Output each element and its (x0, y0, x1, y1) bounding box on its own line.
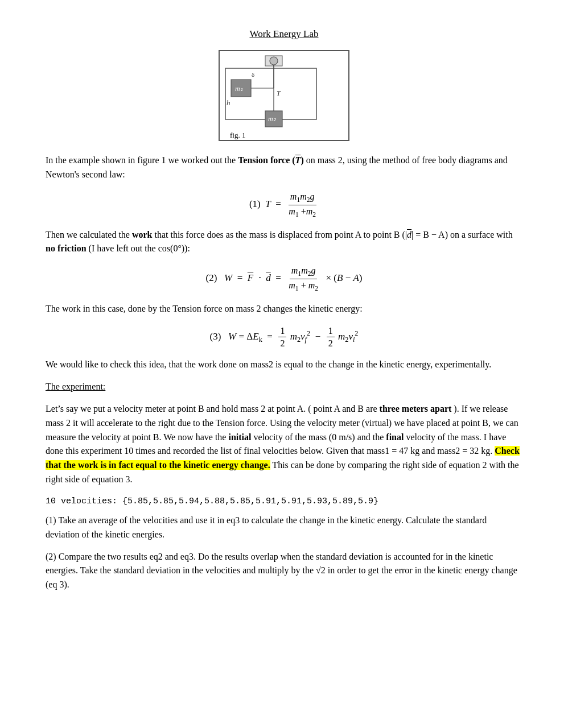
no-friction: no friction (46, 243, 87, 253)
equation-2: (2) W = F ⋅ d = m1m2g m1 + m2 × (B − A) (46, 265, 522, 293)
eq3-frac1: 1 2 (278, 325, 286, 349)
check-paragraph: We would like to check this idea, that t… (46, 358, 522, 372)
eq3-half1: 1 (278, 325, 286, 337)
eq2-numer: m1m2g (290, 265, 318, 279)
T-symbol: T (295, 155, 301, 165)
eq2-label: (2) (205, 273, 221, 284)
work-end: (I have left out the cos(0°)): (89, 243, 190, 253)
eq3-two2: 2 (327, 337, 335, 349)
eq3-two1: 2 (278, 337, 286, 349)
exp-text1: Let’s say we put a velocity meter at poi… (46, 404, 380, 413)
final-label: final (386, 432, 404, 442)
svg-text:m₂: m₂ (268, 115, 277, 123)
eq2-eq: = (234, 273, 245, 284)
equation-1: (1) T = m1m2g m1 +m2 (46, 191, 522, 219)
eq2-end: × (B − A) (323, 273, 362, 284)
eq2-W: W (224, 273, 232, 284)
eq3-minus: − (312, 331, 323, 342)
three-meters: three meters apart (380, 404, 452, 413)
page-title: Work Energy Lab (46, 28, 522, 40)
eq1-denom: m1 +m2 (287, 205, 318, 219)
experiment-heading: The experiment: (46, 380, 522, 394)
eq1-T: T (265, 198, 270, 209)
svg-text:h: h (227, 98, 231, 107)
eq1-equals: = (273, 198, 283, 209)
eq2-d: d (266, 273, 271, 284)
figure-diagram: m₁ h m₂ T δ fig. 1 (220, 51, 351, 142)
task2-text1: Compare the two results eq2 and eq3. Do … (46, 552, 517, 590)
svg-text:fig. 1: fig. 1 (230, 131, 245, 139)
eq3-label: (3) (210, 331, 226, 342)
experiment-paragraph: Let’s say we put a velocity meter at poi… (46, 402, 522, 487)
svg-text:T: T (277, 89, 281, 97)
figure-container: m₁ h m₂ T δ fig. 1 (46, 50, 522, 141)
svg-point-2 (270, 57, 278, 65)
eq3-frac2: 1 2 (327, 325, 335, 349)
eq3-half2: 1 (327, 325, 335, 337)
eq2-fraction: m1m2g m1 + m2 (287, 265, 320, 293)
velocities-line: 10 velocities: {5.85,5.85,5.94,5.88,5.85… (46, 495, 522, 508)
intro-paragraph: In the example shown in figure 1 we work… (46, 154, 522, 182)
work-bold: work (132, 230, 155, 239)
task-1-paragraph: (1) Take an average of the velocities an… (46, 514, 522, 542)
task-2-paragraph: (2) Compare the two results eq2 and eq3.… (46, 550, 522, 592)
eq1-fraction: m1m2g m1 +m2 (287, 191, 318, 219)
equation-3: (3) W = ΔEk = 1 2 m2vf2 − 1 2 m2vi2 (46, 325, 522, 349)
exp-text3: velocity of the mass (0 m/s) and the (253, 432, 386, 442)
task1-label: (1) (46, 515, 58, 525)
svg-text:δ: δ (252, 71, 254, 78)
kinetic-text: The work in this case, done by the Tensi… (46, 304, 363, 313)
svg-text:m₁: m₁ (235, 85, 243, 93)
d-vec: d (407, 230, 411, 239)
eq2-dot: ⋅ (256, 273, 264, 284)
eq1-label: (1) (249, 198, 263, 209)
eq3-eq: = (265, 331, 275, 342)
figure-box: m₁ h m₂ T δ fig. 1 (219, 50, 349, 141)
eq3-m2vi: m2vi2 (338, 331, 358, 342)
eq2-denom: m1 + m2 (287, 279, 320, 293)
eq2-F: F (248, 273, 253, 284)
work-mid2: | = B − A) on a surface with (411, 230, 513, 239)
initial-label: initial (228, 432, 251, 442)
tension-label: Tension force ( (238, 155, 295, 165)
experiment-heading-para: The experiment: (46, 380, 522, 394)
intro-text: In the example shown in figure 1 we work… (46, 155, 236, 165)
check-text: We would like to check this idea, that t… (46, 359, 491, 369)
task1-text: Take an average of the velocities and us… (46, 515, 487, 539)
tension-close: ) (301, 155, 303, 165)
work-paragraph: Then we calculated the work that this fo… (46, 228, 522, 257)
eq1-numer: m1m2g (289, 191, 316, 205)
work-mid: that this force does as the mass is disp… (154, 230, 407, 239)
page: Work Energy Lab m₁ h (0, 0, 568, 728)
work-intro: Then we calculated the (46, 230, 130, 239)
task2-label: (2) (46, 552, 59, 561)
eq3-W: W = ΔEk (228, 331, 262, 342)
kinetic-paragraph: The work in this case, done by the Tensi… (46, 302, 522, 316)
eq2-eq2: = (273, 273, 283, 284)
eq3-m2vf: m2vf2 (290, 331, 310, 342)
